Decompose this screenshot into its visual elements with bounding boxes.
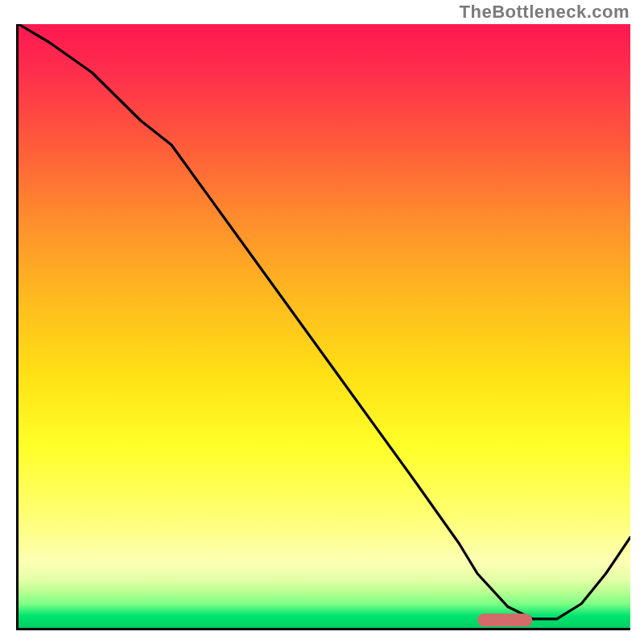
plot-area [16, 24, 630, 630]
curve-line [19, 24, 630, 628]
optimum-marker [477, 613, 532, 626]
watermark-text: TheBottleneck.com [460, 2, 630, 23]
